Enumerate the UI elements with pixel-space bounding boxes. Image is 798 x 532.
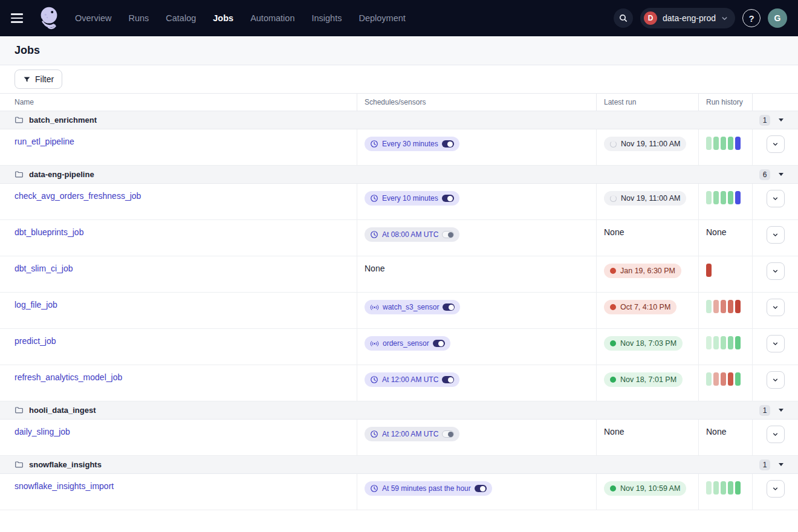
run-history-chip[interactable] <box>713 372 719 386</box>
run-history-chip[interactable] <box>735 481 741 495</box>
run-history-chip[interactable] <box>735 300 741 313</box>
job-link[interactable]: dbt_slim_ci_job <box>15 264 73 273</box>
run-history-chip[interactable] <box>713 336 719 349</box>
run-history-chip[interactable] <box>706 336 712 349</box>
funnel-icon <box>23 76 31 83</box>
help-icon[interactable]: ? <box>742 9 761 27</box>
caret-down-icon[interactable] <box>779 173 783 176</box>
folder-icon <box>15 460 24 469</box>
run-history-chip[interactable] <box>721 137 726 150</box>
job-link[interactable]: check_avg_orders_freshness_job <box>15 191 141 201</box>
latest-run-pill[interactable]: Nov 19, 11:00 AM <box>604 191 686 206</box>
run-history <box>706 300 741 313</box>
job-link[interactable]: predict_job <box>15 336 56 346</box>
nav-item-catalog[interactable]: Catalog <box>166 13 196 23</box>
latest-run-pill[interactable]: Oct 7, 4:10 PM <box>604 300 676 314</box>
nav-item-overview[interactable]: Overview <box>75 13 111 23</box>
job-group-row[interactable]: batch_enrichment1 <box>0 111 798 129</box>
job-group-row[interactable]: snowflake_insights1 <box>0 456 798 474</box>
run-history-chip[interactable] <box>728 372 733 386</box>
caret-down-icon[interactable] <box>779 409 783 412</box>
search-icon[interactable] <box>614 8 633 28</box>
schedule-toggle[interactable] <box>442 376 454 383</box>
nav-item-insights[interactable]: Insights <box>311 13 342 23</box>
run-history-chip[interactable] <box>706 264 712 277</box>
job-link[interactable]: daily_sling_job <box>15 427 70 436</box>
nav-item-jobs[interactable]: Jobs <box>213 13 233 23</box>
filter-button[interactable]: Filter <box>15 70 62 89</box>
run-history-chip[interactable] <box>735 137 741 150</box>
run-history-chip[interactable] <box>706 300 712 313</box>
deployment-switcher[interactable]: D data-eng-prod <box>640 8 735 28</box>
run-history-chip[interactable] <box>721 300 726 313</box>
nav-item-deployment[interactable]: Deployment <box>358 13 405 23</box>
run-history-chip[interactable] <box>706 191 712 204</box>
row-expand-button[interactable] <box>767 226 785 244</box>
sensor-chip[interactable]: watch_s3_sensor <box>365 300 460 314</box>
schedule-chip[interactable]: At 08:00 AM UTC <box>365 227 459 242</box>
schedule-chip[interactable]: At 12:00 AM UTC <box>365 372 459 387</box>
nav-item-runs[interactable]: Runs <box>128 13 149 23</box>
schedule-toggle[interactable] <box>442 231 454 238</box>
row-expand-button[interactable] <box>767 480 785 498</box>
schedule-chip[interactable]: Every 30 minutes <box>365 137 459 151</box>
dagster-logo-icon[interactable] <box>36 4 62 32</box>
schedule-toggle[interactable] <box>442 195 454 202</box>
run-history <box>706 336 741 349</box>
run-history-chip[interactable] <box>721 336 726 349</box>
run-history-chip[interactable] <box>713 191 719 204</box>
row-expand-button[interactable] <box>767 190 785 207</box>
row-expand-button[interactable] <box>767 371 785 389</box>
schedule-toggle[interactable] <box>442 430 454 438</box>
job-group-row[interactable]: hooli_data_ingest1 <box>0 401 798 420</box>
run-history-chip[interactable] <box>721 191 726 204</box>
job-link[interactable]: run_etl_pipeline <box>15 137 74 146</box>
schedule-toggle[interactable] <box>442 140 454 148</box>
run-history-chip[interactable] <box>706 372 712 386</box>
nav-item-automation[interactable]: Automation <box>250 13 294 23</box>
run-history-chip[interactable] <box>721 481 726 495</box>
caret-down-icon[interactable] <box>779 463 783 466</box>
row-expand-button[interactable] <box>767 135 785 153</box>
row-expand-button[interactable] <box>767 299 785 316</box>
schedule-toggle[interactable] <box>475 485 487 492</box>
latest-run-pill[interactable]: Jan 19, 6:30 PM <box>604 264 681 278</box>
run-history-chip[interactable] <box>713 481 719 495</box>
run-history-chip[interactable] <box>721 372 726 386</box>
job-group-row[interactable]: data-eng-pipeline6 <box>0 166 798 184</box>
user-avatar[interactable]: G <box>768 8 787 28</box>
sensor-toggle[interactable] <box>433 340 445 347</box>
run-history-chip[interactable] <box>735 372 741 386</box>
job-row: dbt_blueprints_jobAt 08:00 AM UTCNoneNon… <box>0 220 798 256</box>
latest-run-pill[interactable]: Nov 19, 10:59 AM <box>604 481 686 496</box>
row-expand-button[interactable] <box>767 426 785 443</box>
schedule-chip[interactable]: At 12:00 AM UTC <box>365 427 459 441</box>
run-history-chip[interactable] <box>706 137 712 150</box>
row-expand-button[interactable] <box>767 262 785 280</box>
caret-down-icon[interactable] <box>779 118 783 122</box>
run-history-chip[interactable] <box>728 191 733 204</box>
run-history-chip[interactable] <box>706 481 712 495</box>
run-history-chip[interactable] <box>728 300 733 313</box>
job-link[interactable]: dbt_blueprints_job <box>15 227 83 237</box>
run-history-chip[interactable] <box>728 481 733 495</box>
schedule-chip[interactable]: At 59 minutes past the hour <box>365 481 492 496</box>
latest-run-pill[interactable]: Nov 19, 11:00 AM <box>604 137 686 151</box>
job-link[interactable]: refresh_analytics_model_job <box>15 372 122 382</box>
run-history-chip[interactable] <box>728 336 733 349</box>
sensor-toggle[interactable] <box>443 303 455 311</box>
run-history-chip[interactable] <box>728 137 733 150</box>
sensor-chip[interactable]: orders_sensor <box>365 336 450 351</box>
row-expand-button[interactable] <box>767 335 785 352</box>
hamburger-menu-icon[interactable] <box>10 9 28 27</box>
run-history-chip[interactable] <box>713 137 719 150</box>
latest-run-pill[interactable]: Nov 18, 7:03 PM <box>604 336 683 351</box>
job-link[interactable]: snowflake_insights_import <box>15 481 114 491</box>
chevron-down-icon <box>771 303 779 311</box>
run-history-chip[interactable] <box>735 336 741 349</box>
run-history-chip[interactable] <box>713 300 719 313</box>
latest-run-pill[interactable]: Nov 18, 7:01 PM <box>604 372 683 387</box>
schedule-chip[interactable]: Every 10 minutes <box>365 191 459 206</box>
job-link[interactable]: log_file_job <box>15 300 57 310</box>
run-history-chip[interactable] <box>735 191 741 204</box>
